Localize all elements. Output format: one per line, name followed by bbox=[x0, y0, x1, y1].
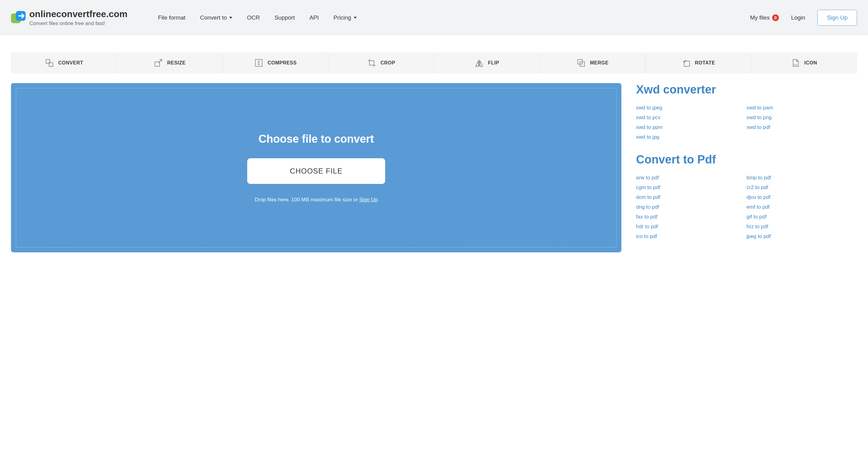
resize-icon bbox=[154, 58, 163, 67]
nav-pricing[interactable]: Pricing bbox=[334, 15, 357, 21]
tool-rotate[interactable]: ROTATE bbox=[646, 53, 751, 73]
nav-ocr-label: OCR bbox=[247, 15, 260, 21]
tool-icon-maker[interactable]: ico ICON bbox=[751, 53, 857, 73]
rotate-icon bbox=[682, 58, 691, 67]
sidebar-pdf-heading: Convert to Pdf bbox=[636, 153, 857, 166]
tool-icon-label: ICON bbox=[804, 60, 817, 66]
tool-merge-label: MERGE bbox=[590, 60, 609, 66]
sidebar-xwd-heading: Xwd converter bbox=[636, 83, 857, 96]
pdf-link[interactable]: bmp to pdf bbox=[747, 175, 857, 181]
chevron-down-icon bbox=[354, 17, 357, 19]
dropzone-sub-prefix: Drop files here. 100 MB maximum file siz… bbox=[254, 197, 359, 203]
signup-button[interactable]: Sign Up bbox=[817, 10, 857, 26]
tool-flip-label: FLIP bbox=[488, 60, 499, 66]
pdf-link[interactable]: jpeg to pdf bbox=[747, 233, 857, 239]
icon-file-icon: ico bbox=[791, 58, 800, 67]
dropzone-inner: Choose file to convert CHOOSE FILE Drop … bbox=[16, 88, 617, 248]
pdf-link[interactable]: dng to pdf bbox=[636, 204, 747, 210]
login-link[interactable]: Login bbox=[791, 15, 805, 21]
xwd-link-grid: xwd to jpegxwd to pamxwd to pcxxwd to pn… bbox=[636, 105, 857, 140]
tool-convert[interactable]: CONVERT bbox=[11, 53, 117, 73]
nav-file-format[interactable]: File format bbox=[158, 15, 186, 21]
nav-support-label: Support bbox=[274, 15, 295, 21]
tool-resize[interactable]: RESIZE bbox=[117, 53, 222, 73]
pdf-link[interactable]: cgm to pdf bbox=[636, 185, 747, 191]
pdf-link[interactable]: cr2 to pdf bbox=[747, 185, 857, 191]
merge-icon bbox=[577, 58, 586, 67]
logo-icon bbox=[11, 10, 26, 25]
tool-rotate-label: ROTATE bbox=[695, 60, 715, 66]
chevron-down-icon bbox=[229, 17, 232, 19]
dropzone[interactable]: Choose file to convert CHOOSE FILE Drop … bbox=[11, 83, 621, 252]
choose-file-button[interactable]: CHOOSE FILE bbox=[247, 158, 385, 184]
xwd-link[interactable]: xwd to pcx bbox=[636, 115, 747, 121]
dropzone-signup-link[interactable]: Sign Up bbox=[359, 197, 377, 203]
pdf-link[interactable]: arw to pdf bbox=[636, 175, 747, 181]
my-files-link[interactable]: My files 0 bbox=[750, 15, 779, 21]
my-files-badge: 0 bbox=[772, 15, 779, 21]
nav-right: My files 0 Login Sign Up bbox=[750, 10, 857, 26]
svg-text:ico: ico bbox=[794, 63, 798, 66]
pdf-link[interactable]: emf to pdf bbox=[747, 204, 857, 210]
toolbar: CONVERT RESIZE COMPRESS CROP FLIP MERGE … bbox=[11, 53, 857, 73]
nav-api-label: API bbox=[309, 15, 319, 21]
xwd-link[interactable]: xwd to jpeg bbox=[636, 105, 747, 111]
login-label: Login bbox=[791, 15, 805, 21]
brand-title: onlineconvertfree.com bbox=[29, 9, 128, 19]
xwd-link[interactable]: xwd to ppm bbox=[636, 124, 747, 131]
xwd-link[interactable]: xwd to png bbox=[747, 115, 857, 121]
nav-file-format-label: File format bbox=[158, 15, 186, 21]
brand[interactable]: onlineconvertfree.com Convert files onli… bbox=[11, 9, 128, 27]
pdf-link[interactable]: dcm to pdf bbox=[636, 194, 747, 200]
tool-resize-label: RESIZE bbox=[167, 60, 186, 66]
nav-main: File format Convert to OCR Support API P… bbox=[158, 15, 357, 21]
header: onlineconvertfree.com Convert files onli… bbox=[0, 0, 868, 35]
xwd-link[interactable]: xwd to pdf bbox=[747, 124, 857, 131]
nav-api[interactable]: API bbox=[309, 15, 319, 21]
tool-convert-label: CONVERT bbox=[58, 60, 83, 66]
tool-crop[interactable]: CROP bbox=[329, 53, 434, 73]
flip-icon bbox=[474, 58, 484, 67]
pdf-link-grid: arw to pdfbmp to pdfcgm to pdfcr2 to pdf… bbox=[636, 175, 857, 239]
tool-crop-label: CROP bbox=[380, 60, 395, 66]
main: Choose file to convert CHOOSE FILE Drop … bbox=[0, 73, 868, 252]
xwd-link[interactable]: xwd to jpg bbox=[636, 134, 747, 140]
tool-merge[interactable]: MERGE bbox=[540, 53, 646, 73]
dropzone-title: Choose file to convert bbox=[258, 133, 374, 145]
crop-icon bbox=[367, 58, 376, 67]
pdf-link[interactable]: fax to pdf bbox=[636, 214, 747, 220]
xwd-link[interactable]: xwd to pam bbox=[747, 105, 857, 111]
pdf-link[interactable]: hrz to pdf bbox=[747, 224, 857, 230]
nav-support[interactable]: Support bbox=[274, 15, 295, 21]
nav-pricing-label: Pricing bbox=[334, 15, 351, 21]
pdf-link[interactable]: hdr to pdf bbox=[636, 224, 747, 230]
sidebar: Xwd converter xwd to jpegxwd to pamxwd t… bbox=[636, 83, 857, 252]
nav-ocr[interactable]: OCR bbox=[247, 15, 260, 21]
tool-compress[interactable]: COMPRESS bbox=[223, 53, 329, 73]
dropzone-subtext: Drop files here. 100 MB maximum file siz… bbox=[254, 197, 377, 203]
convert-icon bbox=[45, 58, 54, 67]
compress-icon bbox=[254, 58, 264, 67]
nav-convert-to-label: Convert to bbox=[200, 15, 227, 21]
pdf-link[interactable]: gif to pdf bbox=[747, 214, 857, 220]
pdf-link[interactable]: djvu to pdf bbox=[747, 194, 857, 200]
tool-compress-label: COMPRESS bbox=[268, 60, 297, 66]
tool-flip[interactable]: FLIP bbox=[434, 53, 540, 73]
my-files-label: My files bbox=[750, 15, 769, 21]
nav-convert-to[interactable]: Convert to bbox=[200, 15, 232, 21]
pdf-link[interactable]: ico to pdf bbox=[636, 233, 747, 239]
svg-rect-5 bbox=[255, 60, 262, 66]
brand-tagline: Convert files online free and fast! bbox=[29, 21, 128, 27]
